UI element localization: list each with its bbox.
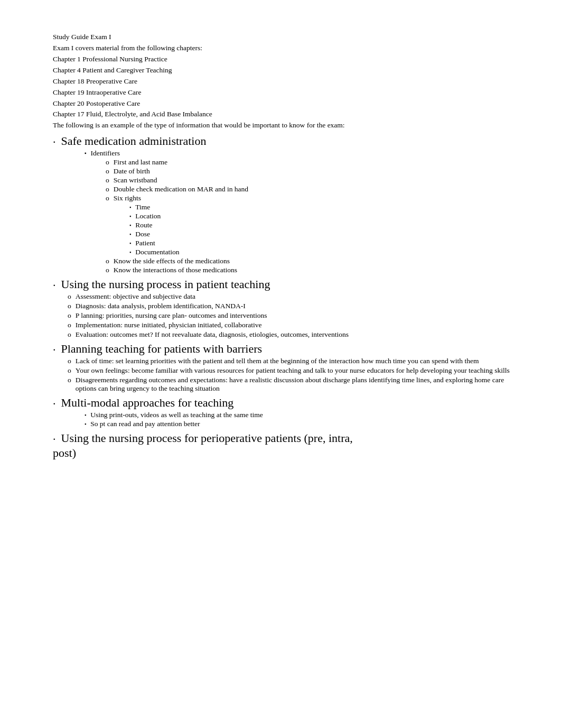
bullet-h1-char: ·: [53, 136, 56, 148]
inner-item-dose: ▪ Dose: [129, 230, 519, 238]
after-rights-list: o Know the side effects of the medicatio…: [106, 257, 519, 274]
pt-item-own-feelings: o Your own feelings: become familiar wit…: [68, 366, 519, 375]
np-char-2: o: [68, 302, 71, 310]
o-item-first-last: o First and last name: [106, 158, 519, 167]
chapter20-line: Chapter 20 Postoperative Care: [53, 98, 519, 109]
planning-teaching-list: o Lack of time: set learning priorities …: [68, 357, 519, 393]
bullet-h1-char-2: ·: [53, 280, 56, 291]
pt-item-disagreements: o Disagreements regarding outcomes and e…: [68, 376, 519, 393]
scan-wristband: Scan wristband: [114, 176, 157, 185]
perioperative-title: Using the nursing process for perioperat…: [61, 431, 353, 445]
bullet-safe-med: · Safe medication administration: [53, 134, 519, 148]
chapter4-line: Chapter 4 Patient and Caregiver Teaching: [53, 65, 519, 76]
pt-char-2: o: [68, 366, 71, 375]
identifiers-label: Identifiers: [91, 149, 120, 158]
o-char-int: o: [106, 266, 109, 274]
own-feelings-text: Your own feelings: become familiar with …: [76, 366, 510, 375]
following-text: The following is an example of the type …: [53, 120, 519, 131]
inner-item-time: ▪ Time: [129, 203, 519, 211]
six-rights-label: Six rights: [114, 194, 141, 202]
np-item-assessment: o Assessment: objective and subjective d…: [68, 292, 519, 301]
np-item-evaluation: o Evaluation: outcomes met? If not reeva…: [68, 330, 519, 339]
exam-intro: Exam I covers material from the followin…: [53, 43, 519, 54]
inner-char-location: ▪: [129, 214, 131, 219]
multimodal-sub-list: ▪ Using print-outs, videos as well as te…: [85, 411, 519, 428]
pt-char-3: o: [68, 376, 71, 384]
mm-char-1: ▪: [85, 412, 86, 418]
o-item-dob: o Date of birth: [106, 167, 519, 176]
chapter18-line: Chapter 18 Preoperative Care: [53, 76, 519, 87]
right-patient: Patient: [135, 239, 155, 247]
inner-char-dose: ▪: [129, 232, 131, 237]
diagnosis-text: Diagnosis: data analysis, problem identi…: [76, 302, 246, 310]
mm-item-printouts: ▪ Using print-outs, videos as well as te…: [85, 411, 519, 419]
bullet-h1-char-3: ·: [53, 344, 56, 356]
mm-char-2: ▪: [85, 421, 86, 427]
inner-char-route: ▪: [129, 223, 131, 228]
o-char-4: o: [106, 185, 109, 193]
bullet-h1-char-5: ·: [53, 434, 56, 445]
multimodal-title: Multi-modal approaches for teaching: [61, 396, 234, 410]
np-char-5: o: [68, 330, 71, 339]
right-time: Time: [135, 203, 150, 211]
identifiers-item: ▪ Identifiers: [85, 149, 519, 158]
interactions: Know the interactions of those medicatio…: [114, 266, 237, 274]
study-guide-title: Study Guide Exam I: [53, 32, 519, 43]
inner-item-location: ▪ Location: [129, 212, 519, 220]
np-item-diagnosis: o Diagnosis: data analysis, problem iden…: [68, 302, 519, 310]
first-last-name: First and last name: [114, 158, 167, 167]
sub-square-char: ▪: [85, 150, 87, 156]
right-documentation: Documentation: [135, 248, 179, 256]
printouts-text: Using print-outs, videos as well as teac…: [90, 411, 263, 419]
section-multimodal: · Multi-modal approaches for teaching ▪ …: [53, 396, 519, 428]
np-char-3: o: [68, 311, 71, 320]
inner-char-documentation: ▪: [129, 250, 131, 255]
disagreements-text: Disagreements regarding outcomes and exp…: [76, 376, 519, 393]
assessment-text: Assessment: objective and subjective dat…: [76, 292, 195, 301]
bullet-nursing-process: · Using the nursing process in patient t…: [53, 278, 519, 291]
inner-char-patient: ▪: [129, 241, 131, 246]
lack-time-text: Lack of time: set learning priorities wi…: [76, 357, 479, 365]
date-of-birth: Date of birth: [114, 167, 150, 176]
bullet-multimodal: · Multi-modal approaches for teaching: [53, 396, 519, 410]
o-item-wristband: o Scan wristband: [106, 176, 519, 185]
np-item-implementation: o Implementation: nurse initiated, physi…: [68, 321, 519, 329]
np-item-planning: o P lanning: priorities, nursing care pl…: [68, 311, 519, 320]
right-location: Location: [135, 212, 161, 220]
chapter1-line: Chapter 1 Professional Nursing Practice: [53, 54, 519, 65]
inner-item-documentation: ▪ Documentation: [129, 248, 519, 256]
right-route: Route: [135, 221, 152, 229]
np-char-1: o: [68, 292, 71, 301]
nursing-process-title: Using the nursing process in patient tea…: [61, 278, 270, 291]
side-effects: Know the side effects of the medications: [114, 257, 230, 265]
right-dose: Dose: [135, 230, 150, 238]
bullet-h1-char-4: ·: [53, 398, 56, 410]
chapter19-line: Chapter 19 Intraoperative Care: [53, 87, 519, 98]
o-item-double-check: o Double check medication on MAR and in …: [106, 185, 519, 193]
section-nursing-process: · Using the nursing process in patient t…: [53, 278, 519, 339]
section-perioperative: · Using the nursing process for perioper…: [53, 431, 519, 460]
pt-item-lack-time: o Lack of time: set learning priorities …: [68, 357, 519, 365]
identifiers-sub-list: ▪ Identifiers: [85, 149, 519, 158]
six-rights-inner-list: ▪ Time ▪ Location ▪ Route ▪ Dose ▪ Patie…: [129, 203, 519, 256]
inner-item-patient: ▪ Patient: [129, 239, 519, 247]
np-char-4: o: [68, 321, 71, 329]
header-section: Study Guide Exam I Exam I covers materia…: [53, 32, 519, 131]
evaluation-text: Evaluation: outcomes met? If not reevalu…: [76, 330, 349, 339]
bullet-planning-teaching: · Planning teaching for patients with ba…: [53, 342, 519, 356]
o-char-2: o: [106, 167, 109, 176]
o-char-se: o: [106, 257, 109, 265]
perioperative-post: post): [53, 446, 519, 460]
mm-item-pt-read: ▪ So pt can read and pay attention bette…: [85, 420, 519, 428]
chapter17-line: Chapter 17 Fluid, Electrolyte, and Acid …: [53, 109, 519, 120]
nursing-process-list: o Assessment: objective and subjective d…: [68, 292, 519, 339]
pt-char-1: o: [68, 357, 71, 365]
section-planning-teaching: · Planning teaching for patients with ba…: [53, 342, 519, 393]
double-check-med: Double check medication on MAR and in ha…: [114, 185, 248, 193]
planning-text: P lanning: priorities, nursing care plan…: [76, 311, 267, 320]
inner-item-route: ▪ Route: [129, 221, 519, 229]
identifiers-o-list: o First and last name o Date of birth o …: [106, 158, 519, 202]
o-item-side-effects: o Know the side effects of the medicatio…: [106, 257, 519, 265]
planning-teaching-title: Planning teaching for patients with barr…: [61, 342, 263, 356]
o-char-3: o: [106, 176, 109, 185]
